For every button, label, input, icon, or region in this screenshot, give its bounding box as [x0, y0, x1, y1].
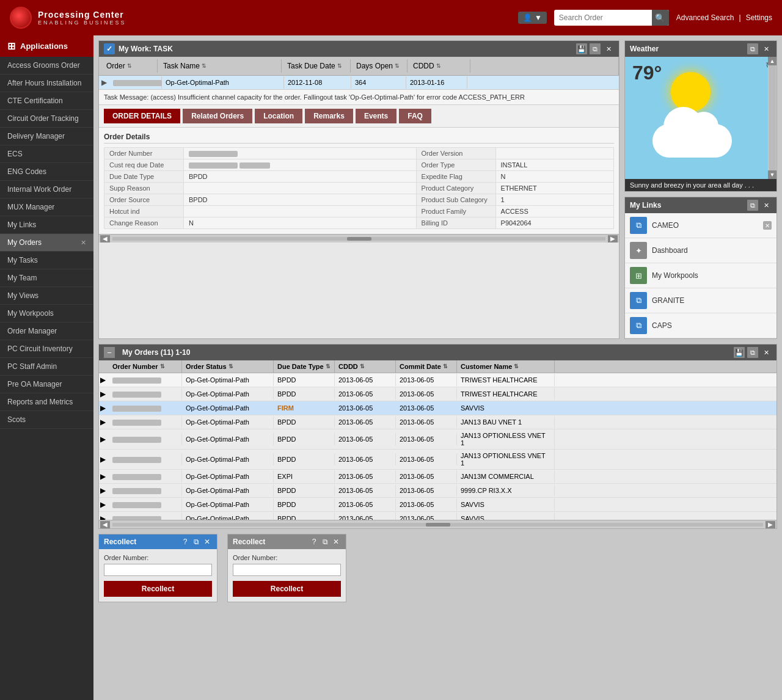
sidebar-item-cte[interactable]: CTE Certification: [0, 92, 93, 110]
sidebar-item-pc-staff[interactable]: PC Staff Admin: [0, 358, 93, 376]
weather-scroll-up[interactable]: ▲: [768, 57, 777, 65]
sidebar-item-my-tasks[interactable]: My Tasks: [0, 252, 93, 269]
links-close-button[interactable]: ✕: [761, 200, 772, 211]
weather-scroll-down[interactable]: ▼: [768, 170, 777, 179]
th-cddd[interactable]: CDDD ⇅: [409, 59, 470, 73]
search-button[interactable]: 🔍: [652, 10, 669, 26]
weather-vscroll[interactable]: ▲ ▼: [768, 57, 777, 179]
settings-link[interactable]: Settings: [746, 13, 772, 22]
user-menu-button[interactable]: 👤 ▼: [518, 12, 547, 24]
sidebar-item-order-manager[interactable]: Order Manager: [0, 323, 93, 340]
orders-table-row[interactable]: ▶ Op-Get-Optimal-Path EXPI 2013-06-05 20…: [99, 470, 777, 484]
sidebar-item-pre-oa[interactable]: Pre OA Manager: [0, 376, 93, 393]
sidebar-item-access-grooms[interactable]: Access Grooms Order: [0, 57, 93, 75]
sidebar-item-my-team[interactable]: My Team: [0, 269, 93, 287]
sidebar-item-ecs[interactable]: ECS: [0, 145, 93, 163]
sidebar-item-internal[interactable]: Internal Work Order: [0, 181, 93, 199]
th-due-date[interactable]: Task Due Date ⇅: [283, 59, 351, 73]
orders-table-row-highlighted[interactable]: ▶ Op-Get-Optimal-Path FIRM 2013-06-05 20…: [99, 401, 777, 415]
row-expand-8[interactable]: ▶: [99, 498, 109, 511]
row-expand-9[interactable]: ▶: [99, 512, 109, 520]
th-days-open[interactable]: Days Open ⇅: [353, 59, 407, 73]
sidebar-item-delivery[interactable]: Delivery Manager: [0, 128, 93, 145]
th-order-number[interactable]: Order Number ⇅: [109, 360, 182, 373]
orders-popout-button[interactable]: ⧉: [747, 347, 758, 358]
location-button[interactable]: Location: [255, 109, 302, 123]
row-expand-3[interactable]: ▶: [99, 415, 109, 429]
recollect-close-2[interactable]: ✕: [331, 537, 341, 547]
related-orders-button[interactable]: Related Orders: [183, 109, 252, 123]
remarks-button[interactable]: Remarks: [305, 109, 353, 123]
recollect-input-1[interactable]: [104, 564, 212, 576]
orders-table-row[interactable]: ▶ Op-Get-Optimal-Path BPDD 2013-06-05 20…: [99, 450, 777, 470]
sidebar-item-mux[interactable]: MUX Manager: [0, 199, 93, 216]
orders-h-scrollbar[interactable]: ◀ ▶: [99, 520, 777, 528]
link-item-dashboard[interactable]: ✦ Dashboard: [625, 238, 777, 263]
sidebar-item-reports[interactable]: Reports and Metrics: [0, 393, 93, 411]
recollect-button-2[interactable]: Recollect: [233, 581, 341, 597]
advanced-search-link[interactable]: Advanced Search: [676, 13, 734, 22]
task-scroll-left[interactable]: ◀: [100, 235, 110, 242]
events-button[interactable]: Events: [356, 109, 396, 123]
orders-table-row[interactable]: ▶ Op-Get-Optimal-Path BPDD 2013-06-05 20…: [99, 512, 777, 520]
recollect-popout-2[interactable]: ⧉: [320, 537, 330, 547]
sidebar-item-circuit[interactable]: Circuit Order Tracking: [0, 110, 93, 128]
task-row-expand[interactable]: ▶: [99, 76, 109, 89]
orders-scroll-left[interactable]: ◀: [100, 521, 110, 528]
orders-table-row[interactable]: ▶ Op-Get-Optimal-Path BPDD 2013-06-05 20…: [99, 429, 777, 450]
sidebar-item-my-orders[interactable]: My Orders ✕: [0, 234, 93, 252]
row-expand-4[interactable]: ▶: [99, 432, 109, 446]
orders-table-row[interactable]: ▶ Op-Get-Optimal-Path BPDD 2013-06-05 20…: [99, 484, 777, 498]
recollect-close-1[interactable]: ✕: [202, 537, 212, 547]
task-save-button[interactable]: 💾: [576, 43, 587, 54]
search-input[interactable]: [554, 13, 652, 22]
link-item-caps[interactable]: ⧉ CAPS: [625, 313, 777, 338]
orders-save-button[interactable]: 💾: [734, 347, 745, 358]
link-item-workpools[interactable]: ⊞ My Workpools: [625, 263, 777, 288]
sidebar-item-pc-circuit[interactable]: PC Circuit Inventory: [0, 340, 93, 358]
recollect-popout-1[interactable]: ⧉: [191, 537, 201, 547]
orders-table-row[interactable]: ▶ Op-Get-Optimal-Path BPDD 2013-06-05 20…: [99, 498, 777, 512]
orders-minimize-button[interactable]: −: [104, 347, 115, 358]
task-h-scrollbar[interactable]: ◀ ▶: [99, 234, 619, 242]
row-expand-0[interactable]: ▶: [99, 373, 109, 387]
link-item-granite[interactable]: ⧉ GRANITE: [625, 288, 777, 313]
th-commit-date[interactable]: Commit Date ⇅: [396, 360, 457, 373]
recollect-button-1[interactable]: Recollect: [104, 581, 212, 597]
row-expand-6[interactable]: ▶: [99, 470, 109, 483]
faq-button[interactable]: FAQ: [399, 109, 431, 123]
orders-scroll-right[interactable]: ▶: [766, 521, 775, 528]
th-orders-cddd[interactable]: CDDD ⇅: [335, 360, 396, 373]
sidebar-close-my-orders[interactable]: ✕: [81, 239, 86, 247]
order-details-button[interactable]: ORDER DETAILS: [104, 109, 180, 123]
sidebar-item-my-views[interactable]: My Views: [0, 287, 93, 305]
orders-table-row[interactable]: ▶ Op-Get-Optimal-Path BPDD 2013-06-05 20…: [99, 387, 777, 401]
task-popout-button[interactable]: ⧉: [590, 43, 601, 54]
task-close-button[interactable]: ✕: [603, 43, 614, 54]
orders-table-row[interactable]: ▶ Op-Get-Optimal-Path BPDD 2013-06-05 20…: [99, 373, 777, 387]
weather-popout-button[interactable]: ⧉: [747, 43, 758, 54]
task-scroll-right[interactable]: ▶: [608, 235, 618, 242]
orders-table-row[interactable]: ▶ Op-Get-Optimal-Path BPDD 2013-06-05 20…: [99, 415, 777, 429]
row-expand-7[interactable]: ▶: [99, 484, 109, 497]
sidebar-item-after-hours[interactable]: After Hours Installation: [0, 75, 93, 92]
th-customer-name[interactable]: Customer Name ⇅: [457, 360, 555, 373]
orders-close-button[interactable]: ✕: [761, 347, 772, 358]
sidebar-item-my-workpools[interactable]: My Workpools: [0, 305, 93, 323]
th-order[interactable]: Order ⇅: [103, 59, 158, 73]
sidebar-item-eng[interactable]: ENG Codes: [0, 163, 93, 181]
th-task-name[interactable]: Task Name ⇅: [159, 59, 282, 73]
row-expand-2[interactable]: ▶: [99, 401, 109, 415]
recollect-input-2[interactable]: [233, 564, 341, 576]
th-due-date-type[interactable]: Due Date Type ⇅: [274, 360, 335, 373]
link-close-cameo[interactable]: ✕: [763, 221, 772, 230]
row-expand-5[interactable]: ▶: [99, 453, 109, 466]
sidebar-item-scots[interactable]: Scots: [0, 411, 93, 429]
th-order-status[interactable]: Order Status ⇅: [182, 360, 274, 373]
row-expand-1[interactable]: ▶: [99, 387, 109, 401]
link-item-cameo[interactable]: ⧉ CAMEO ✕: [625, 213, 777, 238]
weather-close-button[interactable]: ✕: [761, 43, 772, 54]
recollect-help-2[interactable]: ?: [309, 537, 319, 547]
links-popout-button[interactable]: ⧉: [747, 200, 758, 211]
recollect-help-1[interactable]: ?: [180, 537, 190, 547]
